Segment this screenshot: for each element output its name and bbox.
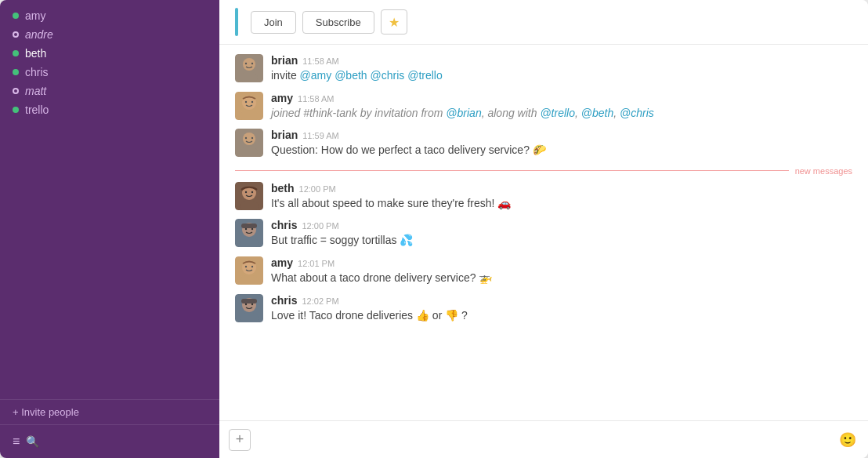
join-button[interactable]: Join [251,11,296,34]
messages-area: brian11:58 AMinvite @amy @beth @chris @t… [219,45,868,420]
avatar-amy [235,256,263,285]
mention-amy[interactable]: @amy [300,69,332,82]
message-text-msg7: Love it! Taco drone deliveries 👍 or 👎 ? [271,308,852,324]
new-messages-label: new messages [795,166,852,176]
message-row-msg4: beth12:00 PMIt's all about speed to make… [235,182,852,212]
message-row-msg7: chris12:02 PMLove it! Taco drone deliver… [235,294,852,324]
mention-chris[interactable]: @chris [620,107,654,119]
message-body-msg3: brian11:59 AMQuestion: How do we perfect… [271,129,852,158]
mention-brian[interactable]: @brian [446,107,481,119]
new-messages-divider: new messages [235,166,852,176]
message-text-msg6: What about a taco drone delivery service… [271,271,852,286]
sidebar-item-chris[interactable]: chris [0,63,219,82]
sidebar-footer: ≡ 🔍 [0,424,219,458]
svg-rect-36 [241,299,257,304]
sidebar-item-andre[interactable]: andre [0,25,219,44]
status-dot-trello [13,107,19,113]
message-text-msg5: But traffic = soggy tortillas 💦 [271,233,852,249]
status-dot-matt [13,88,19,94]
status-dot-andre [13,31,19,38]
svg-point-23 [245,228,247,230]
svg-point-29 [245,266,247,267]
svg-point-11 [243,133,255,145]
message-header-msg2: amy11:58 AM [271,92,852,104]
avatar-brian [235,54,263,82]
avatar-chris [235,219,263,247]
message-time-msg5: 12:00 PM [302,221,338,231]
message-row-msg5: chris12:00 PMBut traffic = soggy tortill… [235,219,852,249]
message-body-msg7: chris12:02 PMLove it! Taco drone deliver… [271,294,852,324]
sidebar-name-trello: trello [25,104,49,116]
message-time-msg4: 12:00 PM [299,184,336,194]
sidebar-item-beth[interactable]: beth [0,44,219,63]
svg-point-24 [251,228,253,230]
svg-point-4 [251,63,253,64]
svg-point-9 [251,100,253,102]
message-username-msg7: chris [271,294,297,307]
svg-point-13 [245,137,247,139]
main-panel: Join Subscribe ★ brian11:58 AMinvite @am… [219,0,868,458]
message-username-msg2: amy [271,92,293,104]
channel-header: Join Subscribe ★ [219,0,868,45]
mention-trello[interactable]: @trello [407,69,443,82]
message-time-msg3: 11:59 AM [302,131,338,140]
avatar-amy [235,92,263,120]
svg-point-19 [251,191,253,193]
message-username-msg5: chris [271,219,297,231]
status-dot-beth [13,50,19,56]
star-button[interactable]: ★ [381,9,407,35]
sidebar-item-matt[interactable]: matt [0,82,219,100]
avatar-brian [235,129,263,157]
sidebar: amyandrebethchrismatttrello + Invite peo… [0,0,219,458]
svg-point-8 [245,100,247,102]
user-list: amyandrebethchrismatttrello [0,0,219,396]
message-body-msg2: amy11:58 AMjoined #think-tank by invitat… [271,92,852,122]
message-time-msg7: 12:02 PM [302,296,338,306]
search-icon[interactable]: 🔍 [26,435,39,448]
mention-trello[interactable]: @trello [540,107,575,119]
mention-chris[interactable]: @chris [371,69,405,82]
sidebar-name-andre: andre [25,28,53,41]
svg-point-34 [245,303,247,304]
status-dot-amy [13,13,19,19]
message-row-msg3: brian11:59 AMQuestion: How do we perfect… [235,129,852,158]
message-row-msg1: brian11:58 AMinvite @amy @beth @chris @t… [235,54,852,84]
sidebar-name-beth: beth [25,47,46,60]
sidebar-item-trello[interactable]: trello [0,100,219,119]
message-text-msg4: It's all about speed to make sure they'r… [271,196,852,212]
attach-button[interactable]: + [229,429,251,451]
mention-beth[interactable]: @beth [581,107,613,119]
svg-point-30 [251,266,253,267]
message-username-msg4: beth [271,182,295,194]
message-input-area: + 🙂 [219,420,868,458]
svg-point-14 [251,137,253,139]
message-time-msg6: 12:01 PM [298,259,335,268]
sidebar-name-chris: chris [25,66,49,78]
message-header-msg7: chris12:02 PM [271,294,852,307]
message-text-msg3: Question: How do we perfect a taco deliv… [271,143,852,158]
emoji-button[interactable]: 🙂 [837,429,859,451]
channel-bar-accent [235,8,238,36]
avatar-chris [235,294,263,322]
message-header-msg6: amy12:01 PM [271,256,852,269]
menu-icon[interactable]: ≡ [13,434,20,449]
invite-people-button[interactable]: + Invite people [0,399,219,424]
message-body-msg5: chris12:00 PMBut traffic = soggy tortill… [271,219,852,249]
status-dot-chris [13,69,19,75]
message-header-msg1: brian11:58 AM [271,54,852,67]
message-header-msg4: beth12:00 PM [271,182,852,194]
message-time-msg2: 11:58 AM [298,94,334,104]
app-window: amyandrebethchrismatttrello + Invite peo… [0,0,868,458]
message-text-msg1: invite @amy @beth @chris @trello [271,68,852,84]
invite-people-label: + Invite people [13,406,79,418]
subscribe-button[interactable]: Subscribe [302,11,374,34]
sidebar-item-amy[interactable]: amy [0,6,219,25]
message-username-msg6: amy [271,256,293,269]
sidebar-name-amy: amy [25,9,45,22]
avatar-beth [235,182,263,210]
message-body-msg4: beth12:00 PMIt's all about speed to make… [271,182,852,212]
svg-point-18 [245,191,247,193]
message-header-msg3: brian11:59 AM [271,129,852,141]
mention-beth[interactable]: @beth [335,69,367,82]
message-input[interactable] [257,434,830,446]
